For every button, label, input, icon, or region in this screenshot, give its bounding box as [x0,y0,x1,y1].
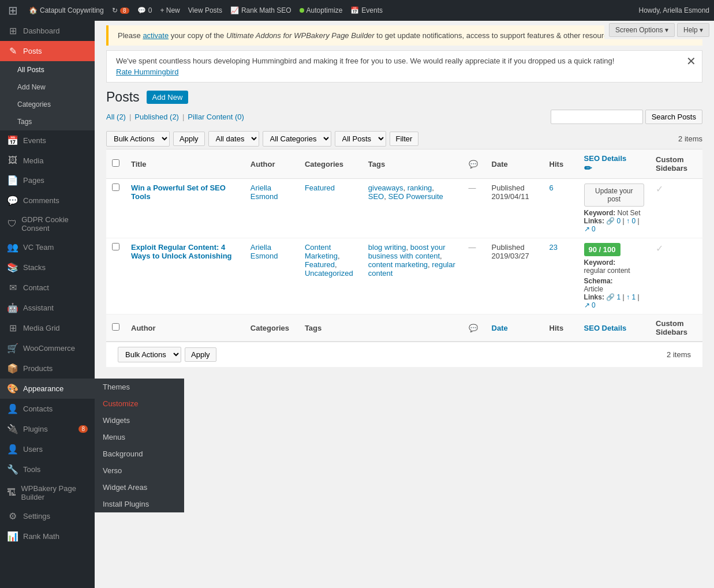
users-icon: 👤 [7,444,18,455]
screen-options-button[interactable]: Screen Options [609,23,675,37]
adminbar-site-name[interactable]: 🏠 Catapult Copywriting [29,6,104,14]
row2-cat-1[interactable]: Content Marketing [305,243,338,260]
categories-filter-select[interactable]: All Categories [263,131,331,147]
sidebar-item-comments[interactable]: 💬 Comments [0,190,95,211]
sidebar-item-assistant[interactable]: 🤖 Assistant [0,298,95,318]
bth-categories: Tags [299,314,362,342]
sidebar-item-plugins[interactable]: 🔌 Plugins 8 [0,419,95,439]
filter-button[interactable]: Filter [390,132,419,146]
row2-cat-3[interactable]: Uncategorized [305,269,353,278]
select-all-checkbox[interactable] [112,159,119,167]
appearance-sub-customize[interactable]: Customize [95,395,184,412]
row2-seo-score-button[interactable]: 90 / 100 [584,243,620,256]
appearance-sub-widgets[interactable]: Widgets [95,412,184,429]
sidebar-item-events[interactable]: 📅 Events [0,130,95,151]
sidebar-item-vc-team[interactable]: 👥 VC Team [0,237,95,257]
row1-title-link[interactable]: Win a Powerful Set of SEO Tools [131,183,226,201]
bottom-select-all-checkbox[interactable] [112,323,119,331]
activate-link[interactable]: activate [143,31,169,40]
sidebar-item-tags[interactable]: Tags [0,113,95,130]
adminbar-view-posts[interactable]: View Posts [188,6,222,14]
th-seo[interactable]: SEO Details ✏ [578,149,651,179]
row1-cat-featured[interactable]: Featured [305,183,335,192]
posts-type-filter-select[interactable]: All Posts [335,131,386,147]
row1-tag-2[interactable]: ranking [408,183,432,192]
row2-tag-3[interactable]: content marketing [368,260,428,269]
sidebar-item-add-new[interactable]: Add New [0,78,95,96]
row2-date: Published2019/03/27 [486,238,544,314]
sidebar-item-appearance[interactable]: 🎨 Appearance [0,379,95,399]
adminbar-comments[interactable]: 💬 0 [137,6,152,14]
search-posts-button[interactable]: Search Posts [645,110,702,124]
sidebar-item-stacks[interactable]: 📚 Stacks [0,257,95,278]
filter-published[interactable]: Published (2) [134,113,179,121]
hummingbird-notice: ✕ We've spent countless hours developing… [106,50,702,83]
adminbar-new[interactable]: + New [160,6,180,14]
row2-tag-1[interactable]: blog writing [368,243,406,252]
appearance-sub-background[interactable]: Background [95,445,184,462]
dates-filter-select[interactable]: All dates [208,131,259,147]
row1-title: Win a Powerful Set of SEO Tools [125,179,245,238]
sidebar-item-products[interactable]: 📦 Products [0,358,95,379]
bulk-actions-select[interactable]: Bulk Actions [106,131,170,147]
sidebar-item-tools[interactable]: 🔧 Tools [0,459,95,480]
th-date[interactable]: Date [486,149,544,179]
hummingbird-close-button[interactable]: ✕ [686,55,696,67]
sidebar-item-settings[interactable]: ⚙ Settings [0,506,95,526]
sidebar-item-media[interactable]: 🖼 Media [0,151,95,170]
sidebar-item-woocommerce[interactable]: 🛒 WooCommerce [0,338,95,358]
wordpress-icon: ⊞ [8,3,18,17]
row2-author-link[interactable]: Ariella Esmond [251,243,278,260]
bottom-apply-button[interactable]: Apply [185,347,216,362]
row1-select-checkbox[interactable] [112,183,119,191]
sidebar-item-media-grid[interactable]: ⊞ Media Grid [0,318,95,338]
add-new-button[interactable]: Add New [147,91,189,104]
sidebar-item-pages[interactable]: 📄 Pages [0,170,95,190]
sidebar-item-categories[interactable]: Categories [0,96,95,113]
row2-cat-2[interactable]: Featured [305,260,335,269]
sidebar: ⊞ Dashboard ✎ Posts All Posts Add New Ca… [0,21,95,588]
adminbar-autoptimize[interactable]: Autoptimize [300,6,343,14]
row1-seo-update-button[interactable]: Update your post [584,183,645,207]
appearance-sub-install-plugins[interactable]: Install Plugins [95,496,184,512]
rate-hummingbird-link[interactable]: Rate Hummingbird [116,68,178,76]
search-posts-input[interactable] [551,110,643,124]
row1-tag-4[interactable]: SEO Powersuite [388,192,443,201]
posts-icon: ✎ [7,46,18,57]
filter-links: All (2) | Published (2) | Pillar Content… [106,113,547,121]
sidebar-item-wpbakery[interactable]: 🏗 WPBakery Page Builder [0,480,95,506]
filter-all[interactable]: All (2) [106,113,126,121]
sidebar-item-all-posts[interactable]: All Posts [0,61,95,78]
adminbar-rank-math[interactable]: 📈 Rank Math SEO [230,6,291,14]
adminbar-updates[interactable]: ↻ 8 [112,6,129,14]
sidebar-item-contact[interactable]: ✉ Contact [0,278,95,298]
th-title[interactable]: Title [125,149,245,179]
appearance-sub-verso[interactable]: Verso [95,462,184,479]
bottom-items-count: 2 items [667,350,691,359]
rank-math-icon: 📊 [7,531,18,542]
sidebar-item-rank-math[interactable]: 📊 Rank Math [0,526,95,546]
filter-pillar-content[interactable]: Pillar Content (0) [188,113,244,121]
help-button[interactable]: Help [677,23,709,37]
seo-edit-icon[interactable]: ✏ [584,163,592,173]
bth-comment: 💬 [463,314,486,342]
row1-tag-3[interactable]: SEO [368,192,384,201]
bth-title: Author [125,314,245,342]
sidebar-item-posts[interactable]: ✎ Posts [0,41,95,61]
row2-select-checkbox[interactable] [112,243,119,250]
row1-author-link[interactable]: Ariella Esmond [251,183,278,201]
sidebar-item-gdpr[interactable]: 🛡 GDPR Cookie Consent [0,211,95,237]
row2-title-link[interactable]: Exploit Regular Content: 4 Ways to Unloc… [131,243,232,260]
appearance-sub-themes[interactable]: Themes [95,379,184,395]
wp-logo[interactable]: ⊞ [5,2,21,18]
appearance-sub-widget-areas[interactable]: Widget Areas [95,479,184,496]
row2-seo-schema: Schema:Article [584,277,645,293]
sidebar-item-users[interactable]: 👤 Users [0,439,95,459]
row1-tag-1[interactable]: giveaways [368,183,403,192]
appearance-sub-menus[interactable]: Menus [95,429,184,445]
sidebar-item-dashboard[interactable]: ⊞ Dashboard [0,21,95,41]
bottom-bulk-actions-select[interactable]: Bulk Actions [118,347,181,362]
sidebar-item-contacts2[interactable]: 👤 Contacts [0,399,95,419]
adminbar-events[interactable]: 📅 Events [350,6,383,14]
apply-button[interactable]: Apply [173,132,205,146]
